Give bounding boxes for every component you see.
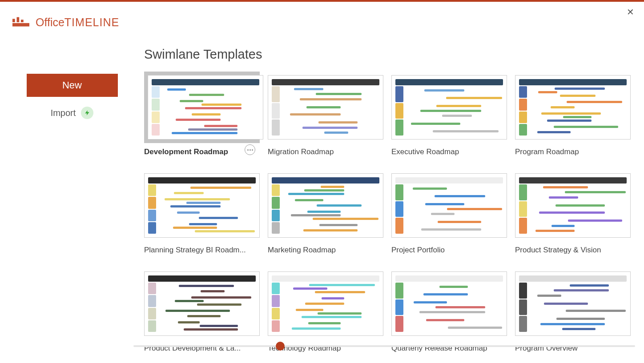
template-thumbnail: [515, 75, 631, 140]
template-thumbnail: [515, 173, 631, 238]
template-label: Product Strategy & Vision: [515, 246, 617, 255]
template-thumbnail: [391, 271, 507, 336]
template-thumbnail: [391, 75, 507, 140]
logo-text-part1: Office: [36, 16, 64, 28]
svg-rect-2: [17, 17, 20, 22]
template-label: Development Roadmap: [144, 148, 228, 156]
template-card[interactable]: Program Overview: [515, 268, 631, 353]
new-button[interactable]: New: [27, 74, 118, 97]
template-label: Migration Roadmap: [268, 148, 370, 156]
template-card[interactable]: Product Strategy & Vision: [515, 170, 631, 255]
logo-text-part2: TIMELINE: [64, 16, 119, 28]
template-card[interactable]: Quarterly Release Roadmap: [391, 268, 507, 353]
template-label: Marketing Roadmap: [268, 246, 370, 255]
scrollbar-track[interactable]: [133, 345, 635, 347]
svg-rect-0: [12, 19, 15, 22]
template-thumbnail: [268, 75, 383, 140]
more-icon[interactable]: [245, 144, 255, 155]
app-logo-text: OfficeTIMELINE: [36, 16, 119, 29]
scrollbar-thumb[interactable]: [276, 342, 285, 351]
template-card[interactable]: Technology Roadmap: [268, 268, 383, 353]
import-button[interactable]: Import: [51, 108, 76, 118]
template-thumbnail: [391, 173, 507, 238]
template-label: Executive Roadmap: [391, 148, 494, 156]
bolt-icon: [81, 107, 93, 119]
template-card[interactable]: Development Roadmap: [144, 72, 260, 156]
template-card[interactable]: Project Portfolio: [391, 170, 507, 255]
template-card[interactable]: Marketing Roadmap: [268, 170, 383, 255]
template-label: Program Roadmap: [515, 148, 617, 156]
close-button[interactable]: ✕: [627, 7, 634, 17]
template-label: Project Portfolio: [391, 246, 494, 255]
template-card[interactable]: Planning Strategy BI Roadm...: [144, 170, 260, 255]
template-thumbnail: [268, 173, 383, 238]
template-grid: Development RoadmapMigration RoadmapExec…: [144, 72, 631, 353]
page-title: Swimlane Templates: [144, 47, 631, 62]
app-logo-icon: [12, 15, 29, 29]
template-thumbnail: [144, 173, 260, 238]
template-thumbnail: [148, 75, 263, 140]
template-card[interactable]: Executive Roadmap: [391, 72, 507, 156]
template-thumbnail: [268, 271, 383, 336]
template-label: Planning Strategy BI Roadm...: [144, 246, 246, 255]
header: OfficeTIMELINE: [0, 2, 644, 29]
template-thumbnail: [144, 271, 260, 336]
template-card[interactable]: Migration Roadmap: [268, 72, 383, 156]
template-card[interactable]: Program Roadmap: [515, 72, 631, 156]
sidebar: New Import: [0, 47, 144, 353]
template-thumbnail: [515, 271, 631, 336]
svg-rect-3: [21, 20, 24, 22]
svg-rect-1: [12, 23, 29, 27]
template-card[interactable]: Product Development & La...: [144, 268, 260, 353]
